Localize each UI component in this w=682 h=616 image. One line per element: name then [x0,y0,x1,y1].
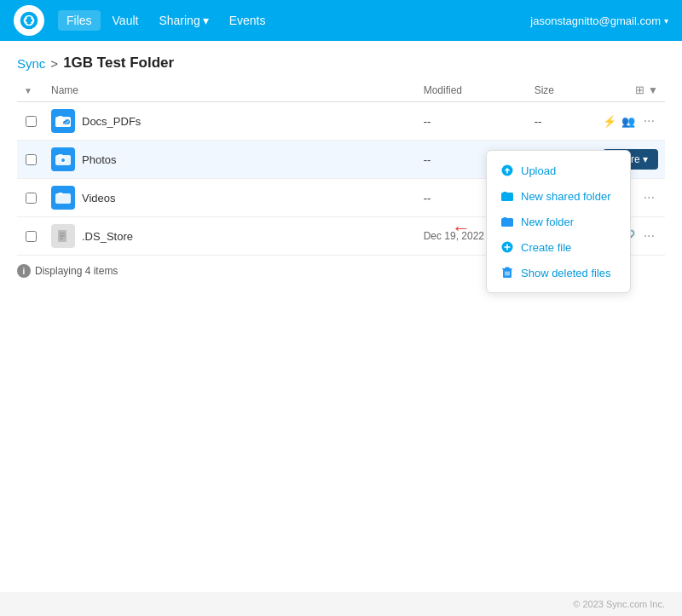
col-header-actions: ⊞ ▼ [596,78,665,102]
grid-icon[interactable]: ⊞ [635,83,644,96]
nav-vault[interactable]: Vault [104,10,147,31]
nav-events[interactable]: Events [221,10,275,31]
table-row: Docs_PDFs -- -- ⚡ 👥 ··· [17,102,665,141]
create-file-label: Create file [521,241,571,254]
footer: © 2023 Sync.com Inc. [0,592,682,616]
people-icon[interactable]: 👥 [621,115,635,128]
row-name-dsstore: .DS_Store [44,217,417,256]
svg-rect-19 [506,268,510,269]
user-menu[interactable]: jasonstagnitto@gmail.com ▾ [530,14,668,27]
checkbox-videos[interactable] [26,193,37,204]
trash-icon [500,266,514,279]
checkbox-dsstore[interactable] [26,231,37,242]
folder-icon-videos [51,186,75,210]
breadcrumb-current: 1GB Test Folder [63,55,174,72]
context-menu-create-file[interactable]: Create file [487,234,630,260]
status-text: Displaying 4 items [35,265,118,277]
row-name-docs: Docs_PDFs [44,102,417,141]
row-check-dsstore [17,217,44,256]
upload-label: Upload [521,164,556,177]
col-header-check: ▼ [17,78,44,102]
svg-point-0 [20,12,38,30]
file-name-photos[interactable]: Photos [82,153,116,166]
col-header-modified[interactable]: Modified [417,78,528,102]
lightning-icon[interactable]: ⚡ [603,115,616,128]
nav-files[interactable]: Files [58,10,101,31]
file-icon-dsstore [51,224,75,248]
breadcrumb-root[interactable]: Sync [17,56,45,71]
create-file-icon [500,240,514,254]
svg-point-7 [61,158,65,162]
more-menu-videos[interactable]: ··· [640,188,658,207]
logo[interactable] [14,5,44,36]
context-menu-new-folder[interactable]: New folder [487,209,630,234]
new-shared-folder-icon [500,189,514,203]
row-modified-docs: -- [417,102,528,141]
navbar-links: Files Vault Sharing ▾ Events [58,10,530,31]
file-name-dsstore[interactable]: .DS_Store [82,230,133,243]
show-deleted-label: Show deleted files [521,267,611,279]
breadcrumb-separator: > [50,56,58,71]
checkbox-docs[interactable] [26,116,37,127]
file-name-videos[interactable]: Videos [82,192,116,204]
new-folder-icon [500,215,514,228]
folder-icon-docs [51,109,75,133]
upload-icon [500,164,514,177]
file-name-docs[interactable]: Docs_PDFs [82,115,141,128]
row-name-videos: Videos [44,179,417,217]
info-icon: i [17,264,31,278]
row-check-videos [17,179,44,217]
folder-icon-photos [51,147,75,171]
row-check-docs [17,102,44,141]
more-menu-dsstore[interactable]: ··· [640,227,658,245]
new-shared-folder-label: New shared folder [521,190,611,203]
context-menu-new-shared-folder[interactable]: New shared folder [487,183,630,209]
col-header-size[interactable]: Size [528,78,596,102]
nav-sharing[interactable]: Sharing ▾ [150,10,217,31]
row-check-photos [17,141,44,179]
footer-text: © 2023 Sync.com Inc. [573,599,665,609]
row-size-docs: -- [528,102,596,141]
navbar: Files Vault Sharing ▾ Events jasonstagni… [0,0,682,41]
checkbox-photos[interactable] [26,154,37,165]
more-menu-docs[interactable]: ··· [640,112,658,130]
new-folder-label: New folder [521,216,574,228]
share-arrow-indicator: ← [452,217,471,239]
user-caret-icon: ▾ [664,16,668,26]
filter-icon[interactable]: ▼ [648,84,658,96]
breadcrumb: Sync > 1GB Test Folder [0,41,682,78]
main-content: Sync > 1GB Test Folder ▼ Name Modified S… [0,41,682,616]
row-name-photos: Photos [44,141,417,179]
row-actions-docs: ⚡ 👥 ··· [596,102,665,141]
context-menu-show-deleted[interactable]: Show deleted files [487,260,630,285]
col-header-name[interactable]: Name [44,78,417,102]
user-email: jasonstagnitto@gmail.com [530,14,661,27]
context-menu-upload[interactable]: Upload [487,158,630,183]
context-menu: Upload New shared folder New folder [486,150,631,293]
